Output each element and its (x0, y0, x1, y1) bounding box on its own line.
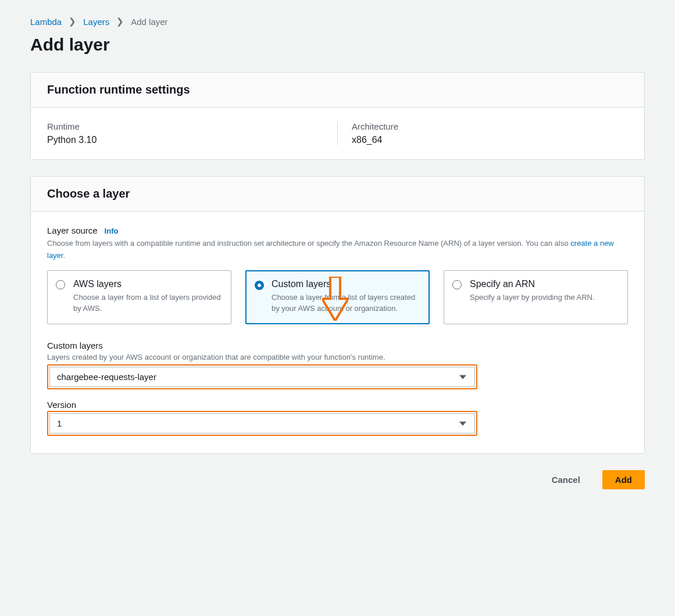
runtime-label: Runtime (47, 121, 323, 131)
radio-icon (56, 280, 65, 289)
layer-source-helper: Choose from layers with a compatible run… (47, 238, 628, 262)
choose-layer-heading: Choose a layer (47, 187, 628, 200)
version-select[interactable]: 1 (49, 413, 475, 434)
version-label: Version (47, 400, 628, 410)
radio-desc: Choose a layer from a list of layers pro… (73, 292, 222, 314)
breadcrumb-link-layers[interactable]: Layers (83, 17, 109, 27)
choose-layer-panel: Choose a layer Layer source Info Choose … (30, 176, 645, 454)
radio-title: AWS layers (73, 279, 222, 289)
layer-source-label: Layer source (47, 225, 98, 235)
custom-layers-label: Custom layers (47, 341, 628, 350)
runtime-settings-heading: Function runtime settings (47, 83, 628, 96)
architecture-value: x86_64 (352, 135, 628, 145)
radio-title: Custom layers (272, 279, 420, 289)
radio-aws-layers[interactable]: AWS layers Choose a layer from a list of… (47, 270, 231, 324)
info-link[interactable]: Info (105, 227, 119, 235)
add-button[interactable]: Add (602, 470, 645, 489)
radio-icon (452, 280, 462, 289)
breadcrumb-current: Add layer (131, 17, 167, 27)
chevron-right-icon: ❯ (116, 16, 124, 27)
radio-specify-arn[interactable]: Specify an ARN Specify a layer by provid… (444, 270, 628, 324)
radio-title: Specify an ARN (470, 279, 618, 289)
custom-layers-select-value: chargebee-requests-layer (57, 372, 156, 382)
cancel-button[interactable]: Cancel (539, 470, 593, 489)
radio-icon (255, 281, 264, 290)
custom-layers-select[interactable]: chargebee-requests-layer (49, 367, 475, 387)
caret-down-icon (459, 421, 466, 425)
radio-custom-layers[interactable]: Custom layers Choose a layer from a list… (245, 270, 430, 324)
architecture-label: Architecture (352, 121, 628, 131)
breadcrumb-link-lambda[interactable]: Lambda (30, 17, 62, 27)
radio-desc: Choose a layer from a list of layers cre… (272, 292, 420, 314)
breadcrumb: Lambda ❯ Layers ❯ Add layer (30, 16, 645, 27)
page-title: Add layer (30, 35, 645, 55)
chevron-right-icon: ❯ (69, 16, 76, 27)
runtime-value: Python 3.10 (47, 135, 323, 145)
runtime-settings-panel: Function runtime settings Runtime Python… (30, 72, 645, 160)
radio-desc: Specify a layer by providing the ARN. (470, 292, 618, 303)
caret-down-icon (459, 375, 466, 379)
custom-layers-helper: Layers created by your AWS account or or… (47, 352, 628, 364)
version-select-value: 1 (57, 418, 62, 428)
